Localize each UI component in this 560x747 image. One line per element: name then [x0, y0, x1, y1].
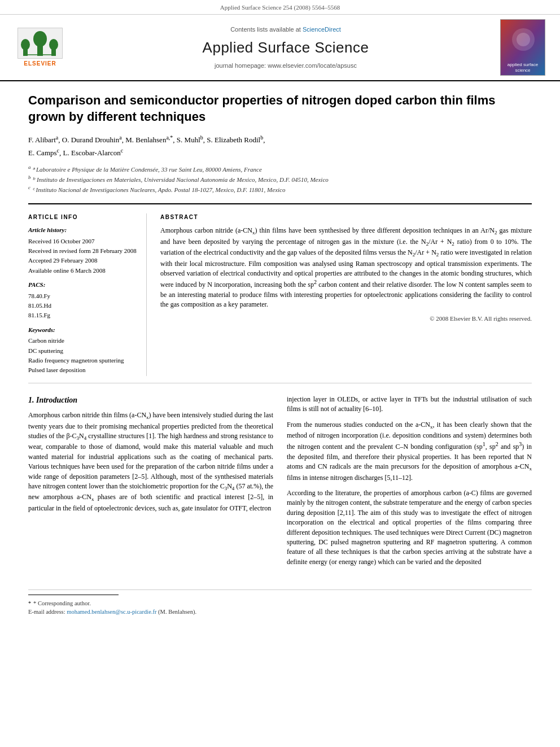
body-content: 1. Introduction Amorphous carbon nitride… [28, 395, 532, 573]
article-info-col: ARTICLE INFO Article history: Received 1… [28, 213, 147, 375]
journal-name: Applied Surface Science [82, 37, 489, 58]
keyword-2: DC sputtering [28, 347, 137, 355]
abstract-text: Amorphous carbon nitride (a-CNx) thin fi… [160, 226, 532, 309]
authors: F. Alibarta, O. Durand Drouhina, M. Benl… [28, 133, 532, 159]
journal-logo-left: ELSEVIER [9, 28, 71, 68]
email-address[interactable]: mohamed.benlahsen@sc.u-picardie.fr [67, 609, 156, 615]
article-info-abstract: ARTICLE INFO Article history: Received 1… [28, 213, 532, 375]
body-col1-para1: Amorphous carbon nitride thin films (a-C… [28, 410, 273, 513]
svg-point-5 [49, 39, 58, 50]
revised-date: Received in revised form 28 February 200… [28, 247, 137, 255]
footnote-star: * [28, 600, 31, 608]
page-wrapper: Applied Surface Science 254 (2008) 5564–… [0, 0, 560, 640]
body-col2-para2: From the numerous studies conducted on t… [287, 420, 532, 483]
abstract-col: ABSTRACT Amorphous carbon nitride (a-CNx… [160, 213, 532, 375]
journal-logo-right: applied surface science [500, 19, 551, 76]
article-title: Comparison and semiconductor properties … [28, 93, 532, 125]
body-col-left: 1. Introduction Amorphous carbon nitride… [28, 395, 273, 573]
svg-point-9 [517, 33, 530, 46]
authors-line1: F. Alibarta, O. Durand Drouhina, M. Benl… [28, 136, 265, 144]
contents-text: Contents lists available at [230, 26, 301, 33]
body-col-right: injection layer in OLEDs, or active laye… [287, 395, 532, 573]
email-label: E-mail address: [28, 609, 65, 615]
keyword-3: Radio frequency magnetron sputtering [28, 356, 137, 365]
keywords-label: Keywords: [28, 326, 137, 334]
journal-cover-image: applied surface science [500, 19, 545, 76]
available-date: Available online 6 March 2008 [28, 267, 137, 275]
journal-citation: Applied Surface Science 254 (2008) 5564–… [220, 4, 340, 11]
author-name-footnote: (M. Benlahsen). [158, 609, 196, 615]
keyword-4: Pulsed laser deposition [28, 366, 137, 374]
journal-homepage: journal homepage: www.elsevier.com/locat… [82, 62, 489, 70]
separator-thick [28, 203, 532, 204]
article-history-label: Article history: [28, 226, 137, 234]
copyright-line: © 2008 Elsevier B.V. All rights reserved… [160, 314, 532, 323]
journal-cover-text: applied surface science [503, 62, 542, 73]
sciencedirect-link[interactable]: ScienceDirect [303, 26, 341, 33]
footnote-corresponding: * Corresponding author. [33, 600, 91, 608]
affiliations: a ᵃ Laboratoire e Physique de la Matière… [28, 164, 532, 194]
affiliation-b: b ᵇ Instituto de Investigaciones en Mate… [28, 174, 532, 184]
journal-center: Contents lists available at ScienceDirec… [71, 25, 500, 70]
body-col2-para1: injection layer in OLEDs, or active laye… [287, 395, 532, 414]
pacs-2: 81.05.Hd [28, 302, 137, 310]
top-bar: Applied Surface Science 254 (2008) 5564–… [0, 0, 560, 15]
footer: * * Corresponding author. E-mail address… [28, 589, 532, 628]
affiliation-c: c ᶜ Instituto Nacional de Investigacione… [28, 184, 532, 194]
main-content: Comparison and semiconductor properties … [0, 81, 560, 640]
svg-point-1 [21, 39, 30, 50]
svg-point-3 [33, 31, 47, 47]
elsevier-logo: ELSEVIER [9, 28, 71, 68]
elsevier-tree-icon [18, 28, 63, 59]
footnote-email-line: E-mail address: mohamed.benlahsen@sc.u-p… [28, 608, 532, 617]
pacs-1: 78.40.Fy [28, 292, 137, 300]
accepted-date: Accepted 29 February 2008 [28, 256, 137, 265]
body-col2-para3: According to the literature, the propert… [287, 488, 532, 567]
received-date: Received 16 October 2007 [28, 237, 137, 246]
authors-line2: E. Campsc, L. Escobar-Alarconc [28, 148, 123, 157]
affiliation-a: a ᵃ Laboratoire e Physique de la Matière… [28, 164, 532, 174]
article-info-label: ARTICLE INFO [28, 213, 137, 221]
elsevier-wordmark: ELSEVIER [24, 60, 56, 68]
keyword-1: Carbon nitride [28, 337, 137, 345]
separator-body [28, 383, 532, 383]
pacs-3: 81.15.Fg [28, 311, 137, 320]
sciencedirect-line: Contents lists available at ScienceDirec… [82, 25, 489, 34]
body-two-col: 1. Introduction Amorphous carbon nitride… [28, 395, 532, 573]
journal-header: ELSEVIER Contents lists available at Sci… [0, 15, 560, 81]
corresponding-note: * * Corresponding author. [28, 600, 532, 608]
pacs-label: PACS: [28, 281, 137, 289]
abstract-label: ABSTRACT [160, 213, 532, 221]
section1-heading: 1. Introduction [28, 395, 273, 406]
